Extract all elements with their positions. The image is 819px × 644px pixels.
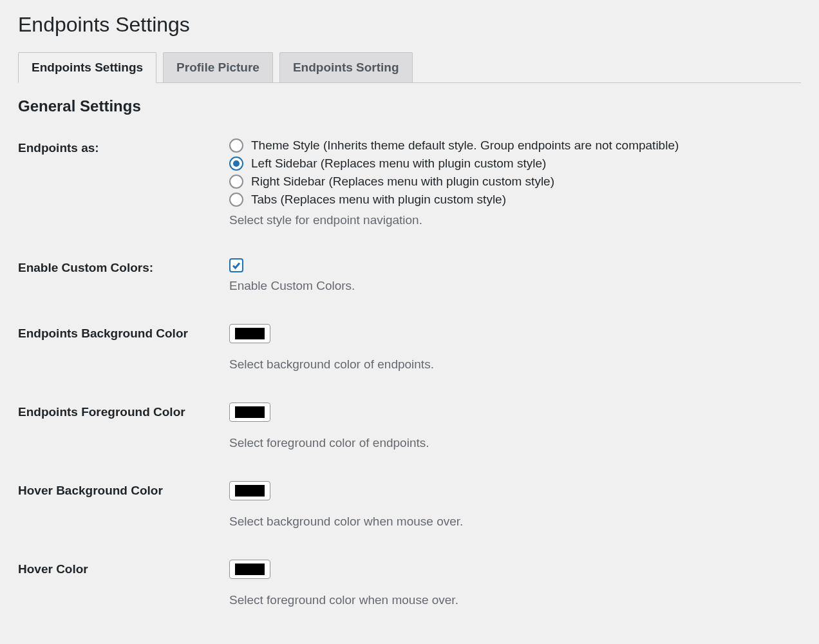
label-endpoints-as: Endpoints as: <box>18 138 229 155</box>
label-enable-custom-colors: Enable Custom Colors: <box>18 258 229 275</box>
radio-label: Left Sidebar (Replaces menu with plugin … <box>251 156 546 171</box>
color-picker-fg[interactable] <box>229 402 270 422</box>
tab-endpoints-settings[interactable]: Endpoints Settings <box>18 52 156 83</box>
color-swatch <box>235 564 265 575</box>
label-fg-color: Endpoints Foreground Color <box>18 402 229 419</box>
section-title: General Settings <box>18 97 801 115</box>
check-icon <box>231 260 241 270</box>
help-endpoints-as: Select style for endpoint navigation. <box>229 213 801 227</box>
radio-theme-style[interactable]: Theme Style (Inherits theme default styl… <box>229 138 801 153</box>
color-picker-bg[interactable] <box>229 324 270 343</box>
page-title: Endpoints Settings <box>18 13 801 37</box>
help-fg-color: Select foreground color of endpoints. <box>229 436 801 450</box>
tabs-nav: Endpoints Settings Profile Picture Endpo… <box>18 52 801 83</box>
radio-icon <box>229 175 243 189</box>
radio-icon <box>229 156 243 171</box>
color-picker-hover-bg[interactable] <box>229 481 270 500</box>
field-enable-custom-colors: Enable Custom Colors: Enable Custom Colo… <box>18 258 801 293</box>
tab-profile-picture[interactable]: Profile Picture <box>163 52 273 82</box>
color-swatch <box>235 406 265 418</box>
help-hover-color: Select foreground color when mouse over. <box>229 593 801 607</box>
color-swatch <box>235 328 265 339</box>
radio-label: Theme Style (Inherits theme default styl… <box>251 138 679 153</box>
field-bg-color: Endpoints Background Color Select backgr… <box>18 324 801 372</box>
field-endpoints-as: Endpoints as: Theme Style (Inherits them… <box>18 138 801 227</box>
checkbox-enable-custom-colors[interactable] <box>229 258 243 272</box>
tab-endpoints-sorting[interactable]: Endpoints Sorting <box>279 52 413 82</box>
label-hover-bg-color: Hover Background Color <box>18 481 229 498</box>
radio-left-sidebar[interactable]: Left Sidebar (Replaces menu with plugin … <box>229 156 801 171</box>
radio-tabs[interactable]: Tabs (Replaces menu with plugin custom s… <box>229 193 801 207</box>
radio-right-sidebar[interactable]: Right Sidebar (Replaces menu with plugin… <box>229 175 801 189</box>
label-hover-color: Hover Color <box>18 560 229 576</box>
help-hover-bg-color: Select background color when mouse over. <box>229 515 801 529</box>
radio-icon <box>229 138 243 153</box>
field-hover-bg-color: Hover Background Color Select background… <box>18 481 801 529</box>
color-picker-hover-color[interactable] <box>229 560 270 579</box>
radio-label: Right Sidebar (Replaces menu with plugin… <box>251 175 554 189</box>
help-bg-color: Select background color of endpoints. <box>229 357 801 372</box>
color-swatch <box>235 485 265 497</box>
field-fg-color: Endpoints Foreground Color Select foregr… <box>18 402 801 450</box>
radio-label: Tabs (Replaces menu with plugin custom s… <box>251 193 506 207</box>
radio-icon <box>229 193 243 207</box>
label-bg-color: Endpoints Background Color <box>18 324 229 341</box>
field-hover-color: Hover Color Select foreground color when… <box>18 560 801 607</box>
help-enable-custom-colors: Enable Custom Colors. <box>229 279 801 293</box>
